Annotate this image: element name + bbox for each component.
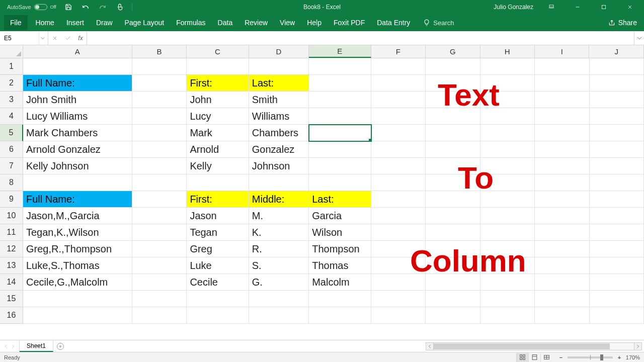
cell-H5[interactable] [480,125,535,141]
cell-D5[interactable]: Chambers [249,125,309,141]
column-header-E[interactable]: E [309,45,371,58]
cell-G11[interactable] [426,224,480,241]
cell-E1[interactable] [309,58,371,75]
cell-G12[interactable] [426,241,480,257]
formula-bar-expand[interactable] [634,31,644,45]
cell-A2[interactable]: Full Name: [23,75,132,92]
row-header-1[interactable]: 1 [0,58,23,75]
column-header-A[interactable]: A [23,45,132,58]
cell-J1[interactable] [590,58,644,75]
cell-F8[interactable] [371,174,426,191]
row-header-11[interactable]: 11 [0,224,23,241]
cell-I1[interactable] [535,58,589,75]
save-button[interactable] [63,2,73,12]
cell-E8[interactable] [309,174,371,191]
scrollbar-track[interactable] [434,342,634,350]
select-all-button[interactable] [0,45,23,58]
ribbon-tab-home[interactable]: Home [30,15,60,30]
cell-A1[interactable] [23,58,132,75]
cell-C15[interactable] [187,291,249,307]
cell-J16[interactable] [590,307,644,324]
cell-A7[interactable]: Kelly Johnson [23,158,132,174]
cell-G2[interactable] [426,75,480,92]
cell-E10[interactable]: Garcia [309,208,371,224]
cell-F11[interactable] [371,224,426,241]
cell-H12[interactable] [480,241,535,257]
cell-H15[interactable] [480,291,535,307]
cell-B9[interactable] [132,191,187,208]
cell-C14[interactable]: Cecile [187,274,249,291]
scroll-right-button[interactable] [634,342,642,350]
cell-G9[interactable] [426,191,480,208]
cell-F6[interactable] [371,141,426,158]
cell-H6[interactable] [480,141,535,158]
cell-G10[interactable] [426,208,480,224]
cell-A15[interactable] [23,291,132,307]
cell-A5[interactable]: Mark Chambers [23,125,132,141]
cell-H4[interactable] [480,108,535,125]
scroll-left-button[interactable] [426,342,434,350]
cell-H2[interactable] [480,75,535,92]
cell-F5[interactable] [371,125,426,141]
cell-I14[interactable] [535,274,589,291]
cell-C5[interactable]: Mark [187,125,249,141]
cell-I8[interactable] [535,174,589,191]
cell-J6[interactable] [590,141,644,158]
cell-F3[interactable] [371,92,426,108]
ribbon-tab-formulas[interactable]: Formulas [170,15,211,30]
cell-I12[interactable] [535,241,589,257]
cell-G7[interactable] [426,158,480,174]
cell-J15[interactable] [590,291,644,307]
cell-E14[interactable]: Malcolm [309,274,371,291]
cell-F9[interactable] [371,191,426,208]
column-header-C[interactable]: C [187,45,249,58]
cell-D8[interactable] [249,174,309,191]
name-box[interactable]: E5 [0,31,48,45]
name-box-dropdown[interactable] [39,31,46,45]
row-header-12[interactable]: 12 [0,241,23,257]
cell-E12[interactable]: Thompson [309,241,371,257]
cell-A6[interactable]: Arnold Gonzalez [23,141,132,158]
cell-F13[interactable] [371,257,426,274]
cell-J13[interactable] [590,257,644,274]
cell-E2[interactable] [309,75,371,92]
cell-B14[interactable] [132,274,187,291]
cell-J14[interactable] [590,274,644,291]
cell-J3[interactable] [590,92,644,108]
cell-B16[interactable] [132,307,187,324]
cell-F4[interactable] [371,108,426,125]
cell-F1[interactable] [371,58,426,75]
cell-F10[interactable] [371,208,426,224]
cell-B11[interactable] [132,224,187,241]
cell-J11[interactable] [590,224,644,241]
cell-B7[interactable] [132,158,187,174]
cell-C8[interactable] [187,174,249,191]
cell-G5[interactable] [426,125,480,141]
column-header-B[interactable]: B [132,45,187,58]
cell-D15[interactable] [249,291,309,307]
cell-D6[interactable]: Gonzalez [249,141,309,158]
cell-E9[interactable]: Last: [309,191,371,208]
cell-B8[interactable] [132,174,187,191]
row-header-16[interactable]: 16 [0,307,23,324]
ribbon-tab-data[interactable]: Data [212,15,239,30]
close-button[interactable] [619,0,641,14]
sheet-nav[interactable] [0,340,20,352]
cell-I13[interactable] [535,257,589,274]
ribbon-tab-data-entry[interactable]: Data Entry [371,15,416,30]
row-header-7[interactable]: 7 [0,158,23,174]
cell-D14[interactable]: G. [249,274,309,291]
cell-A3[interactable]: John Smith [23,92,132,108]
cell-E4[interactable] [309,108,371,125]
cell-C12[interactable]: Greg [187,241,249,257]
cell-I6[interactable] [535,141,589,158]
cell-H13[interactable] [480,257,535,274]
cell-I4[interactable] [535,108,589,125]
cell-H8[interactable] [480,174,535,191]
maximize-button[interactable] [593,0,615,14]
ribbon-tab-file[interactable]: File [4,15,28,30]
cell-H10[interactable] [480,208,535,224]
cell-F16[interactable] [371,307,426,324]
cell-G3[interactable] [426,92,480,108]
view-page-break-button[interactable] [540,353,552,362]
